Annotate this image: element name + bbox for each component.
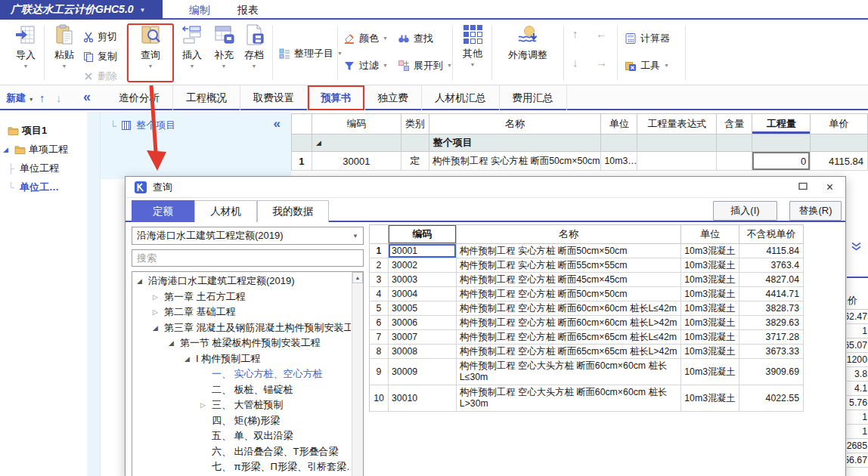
col-header-rownum[interactable] bbox=[370, 225, 389, 243]
cell-quantity[interactable]: 0 bbox=[752, 152, 811, 170]
dialog-tree-item[interactable]: 七、 π形梁、Π形梁、引桥套梁… bbox=[132, 459, 351, 475]
cell-unit-price[interactable]: 4115.84 bbox=[811, 152, 868, 170]
cell-price[interactable]: 3909.69 bbox=[739, 359, 804, 385]
move-down-button[interactable]: ↓ bbox=[572, 56, 578, 69]
page-tab-4[interactable]: 独立费 bbox=[365, 85, 423, 110]
sidebar-tree-item[interactable]: ◢单项工程 bbox=[0, 140, 87, 159]
quota-table-row[interactable]: 530005构件预制工程 空心方桩 断面60cm×60cm 桩长L≤42m10m… bbox=[370, 301, 804, 316]
quota-table-row[interactable]: 730007构件预制工程 空心方桩 断面65cm×65cm 桩长L≤42m10m… bbox=[370, 330, 804, 345]
move-right-button[interactable]: → bbox=[596, 56, 607, 69]
sidebar-tree-item[interactable]: └单位工… bbox=[0, 178, 87, 196]
cell-unit[interactable]: 10m3混凝土 bbox=[681, 287, 739, 301]
cell-code[interactable]: 30010 bbox=[389, 385, 457, 411]
import-button[interactable]: 导入 ▼ bbox=[6, 23, 45, 83]
page-tab-0[interactable]: 造价分析 bbox=[106, 85, 173, 110]
quota-table-row[interactable]: 930009构件预制工程 空心大头方桩 断面60cm×60cm 桩长L≤30m1… bbox=[370, 359, 804, 385]
cell-price[interactable]: 3829.63 bbox=[739, 316, 804, 329]
app-menu-button[interactable]: 广联达水工云计价GHC5.0 ▼ bbox=[0, 0, 163, 20]
col-header-unit[interactable]: 单位 bbox=[681, 225, 739, 243]
cell-name[interactable]: 构件预制工程 空心方桩 断面45cm×45cm bbox=[457, 273, 681, 286]
tree-expander-icon[interactable]: ▷ bbox=[200, 401, 212, 409]
quota-table-row[interactable]: 630006构件预制工程 空心方桩 断面60cm×60cm 桩长L>42m10m… bbox=[370, 316, 804, 330]
tree-down-button[interactable]: ↓ bbox=[56, 85, 62, 110]
page-tab-1[interactable]: 工程概况 bbox=[173, 85, 240, 110]
cell-code[interactable]: 30001 bbox=[389, 244, 457, 258]
dialog-tree-item[interactable]: 五、 单、双出沿梁 bbox=[132, 428, 351, 444]
dialog-tree-item[interactable]: 六、 出沿叠合梁、T形叠合梁 bbox=[132, 444, 351, 460]
cell-price[interactable]: 4115.84 bbox=[739, 244, 804, 258]
dialog-tree-item[interactable]: ▷第二章 基础工程 bbox=[132, 304, 351, 320]
dialog-tree-item[interactable]: ◢第三章 混凝土及钢筋混凝土构件预制安装工程 bbox=[132, 320, 351, 336]
group-row[interactable]: ◢ 整个项目 bbox=[292, 134, 868, 152]
tree-expander-icon[interactable]: ◢ bbox=[153, 324, 164, 332]
cell-unit[interactable]: 10m3混凝土 bbox=[681, 385, 739, 411]
quota-table-row[interactable]: 830008构件预制工程 空心方桩 断面65cm×65cm 桩长L>42m10m… bbox=[370, 345, 804, 359]
filter-button[interactable]: 过滤 ▼ bbox=[343, 57, 388, 74]
insert-action-button[interactable]: 插入(I) bbox=[713, 201, 777, 221]
tools-button[interactable]: 工具 ▼ bbox=[625, 57, 669, 74]
tree-scrollbar[interactable]: ▲ bbox=[352, 272, 363, 476]
cell-name[interactable]: 构件预制工程 实心方桩 断面50cm×50cm bbox=[429, 152, 602, 170]
cell-code[interactable]: 30002 bbox=[389, 258, 457, 272]
col-header-unit[interactable]: 单位 bbox=[601, 114, 637, 134]
cell-price[interactable]: 4414.71 bbox=[739, 287, 804, 301]
dialog-tree-item[interactable]: ◢I 构件预制工程 bbox=[132, 351, 351, 367]
quota-table-row[interactable]: 130001构件预制工程 实心方桩 断面50cm×50cm10m3混凝土4115… bbox=[370, 244, 804, 258]
budget-row[interactable]: 1 30001 定 构件预制工程 实心方桩 断面50cm×50cm 10m3… … bbox=[292, 152, 868, 171]
cell-unit[interactable]: 10m3混凝土 bbox=[681, 273, 739, 286]
move-left-button[interactable]: ← bbox=[596, 27, 607, 40]
dialog-tab-0[interactable]: 定额 bbox=[132, 200, 194, 222]
offshore-adjust-button[interactable]: 外海调整 bbox=[495, 23, 560, 83]
tree-expander-icon[interactable]: ◢ bbox=[137, 277, 148, 285]
sidebar-collapse-icon[interactable]: « bbox=[83, 85, 91, 109]
restore-icon[interactable] bbox=[798, 182, 808, 190]
cell-code[interactable]: 30001 bbox=[312, 152, 401, 170]
col-header-name[interactable]: 名称 bbox=[457, 225, 681, 243]
cell-name[interactable]: 构件预制工程 空心方桩 断面60cm×60cm 桩长L>42m bbox=[457, 316, 681, 329]
cell-name[interactable]: 构件预制工程 空心方桩 断面60cm×60cm 桩长L≤42m bbox=[457, 301, 681, 315]
cell-price[interactable]: 3828.73 bbox=[739, 301, 804, 315]
col-header-rownum[interactable] bbox=[292, 114, 312, 134]
tree-expander-icon[interactable]: ◢ bbox=[169, 339, 180, 347]
project-node-item[interactable]: └ 整个项目 bbox=[110, 119, 175, 132]
cell-price[interactable]: 3717.28 bbox=[739, 330, 804, 344]
cell-name[interactable]: 构件预制工程 空心方桩 断面65cm×65cm 桩长L≤42m bbox=[457, 330, 681, 344]
quota-table-row[interactable]: 230002构件预制工程 实心方桩 断面55cm×55cm10m3混凝土3763… bbox=[370, 258, 804, 273]
cell-unit[interactable]: 10m3混凝土 bbox=[681, 316, 739, 329]
move-up-button[interactable]: ↑ bbox=[572, 27, 578, 40]
scrollbar-up-icon[interactable]: ▲ bbox=[352, 272, 363, 283]
sidebar-divider[interactable] bbox=[87, 112, 101, 476]
cell-unit[interactable]: 10m3混凝土 bbox=[681, 330, 739, 344]
cell-name[interactable]: 构件预制工程 空心大头方桩 断面60cm×60cm 桩长L≤30m bbox=[457, 359, 681, 385]
supplement-button[interactable]: 补充 ▼ bbox=[209, 23, 239, 83]
calculator-button[interactable]: 计算器 bbox=[625, 30, 670, 47]
cell-price[interactable]: 4022.55 bbox=[739, 385, 804, 411]
dialog-tab-1[interactable]: 人材机 bbox=[194, 200, 257, 222]
expand-to-button[interactable]: 展开到 ▼ bbox=[398, 57, 452, 74]
col-header-expression[interactable]: 工程量表达式 bbox=[637, 114, 717, 134]
cell-price[interactable]: 3673.33 bbox=[739, 345, 804, 358]
cell-code[interactable]: 30007 bbox=[389, 330, 457, 344]
menu-tab-1[interactable]: 报表 bbox=[224, 0, 272, 20]
quota-library-dropdown[interactable]: 沿海港口水工建筑工程定额(2019) ▼ bbox=[132, 227, 364, 245]
panel-collapse-icon[interactable]: « bbox=[274, 116, 281, 131]
cell-name[interactable]: 构件预制工程 空心大头方桩 断面60cm×60cm 桩长L>30m bbox=[457, 385, 681, 411]
paste-button[interactable]: 粘贴 ▼ bbox=[48, 23, 81, 83]
dialog-tree-item[interactable]: ◢第一节 桩梁板构件预制安装工程 bbox=[132, 335, 351, 351]
close-icon[interactable]: × bbox=[826, 182, 833, 193]
copy-button[interactable]: 复制 bbox=[83, 48, 117, 65]
cell-unit[interactable]: 10m3混凝土 bbox=[681, 244, 739, 258]
cell-unit[interactable]: 10m3混凝土 bbox=[681, 359, 739, 385]
cell-name[interactable]: 构件预制工程 空心方桩 断面65cm×65cm 桩长L>42m bbox=[457, 345, 681, 358]
cell-unit[interactable]: 10m3… bbox=[601, 152, 637, 170]
cell-name[interactable]: 构件预制工程 空心方桩 断面50cm×50cm bbox=[457, 287, 681, 301]
col-header-content[interactable]: 含量 bbox=[717, 114, 752, 134]
archive-button[interactable]: 存档 ▼ bbox=[239, 23, 269, 83]
cell-price[interactable]: 3763.4 bbox=[739, 258, 804, 272]
cell-unit[interactable]: 10m3混凝土 bbox=[681, 345, 739, 358]
tree-expander-icon[interactable]: ▷ bbox=[153, 308, 164, 316]
tree-up-button[interactable]: ↑ bbox=[39, 85, 45, 110]
cell-unit[interactable]: 10m3混凝土 bbox=[681, 258, 739, 272]
page-tab-3[interactable]: 预算书 bbox=[308, 85, 365, 110]
col-header-price[interactable]: 不含税单价 bbox=[739, 225, 804, 243]
